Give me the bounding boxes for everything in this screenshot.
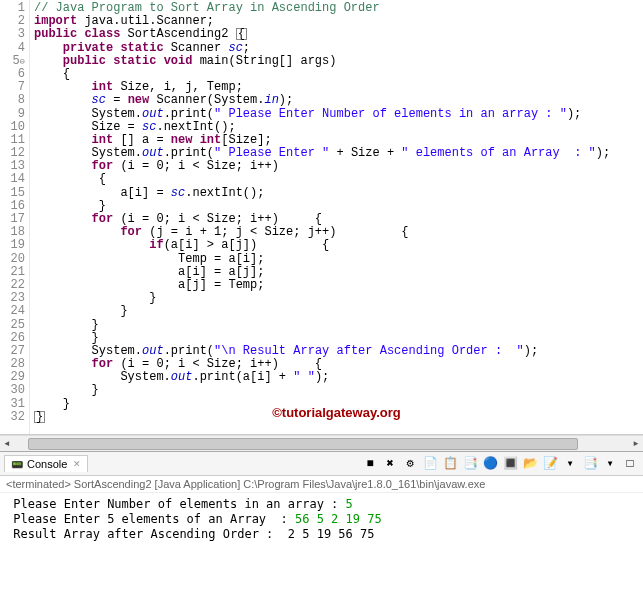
display-2-icon[interactable]: 🔳 [501,455,519,473]
console-toolbar: ■✖⚙📄📋📑🔵🔳📂📝▾📑▾□ [361,455,639,473]
scroll-right-arrow[interactable]: ► [629,439,643,448]
console-output[interactable]: Please Enter Number of elements in an ar… [0,493,643,546]
line-number: 30 [2,384,25,397]
line-number: 15 [2,187,25,200]
console-tab-bar: 📟 Console ✕ ■✖⚙📄📋📑🔵🔳📂📝▾📑▾□ [0,452,643,476]
line-number: 14 [2,173,25,186]
line-number: 4 [2,42,25,55]
pin-icon[interactable]: 📑 [461,455,479,473]
code-line[interactable]: a[i] = sc.nextInt(); [34,187,639,200]
line-number: 9 [2,108,25,121]
terminate-icon[interactable]: ■ [361,455,379,473]
console-line: Please Enter Number of elements in an ar… [6,497,637,512]
scroll-left-arrow[interactable]: ◄ [0,439,14,448]
line-number: 31 [2,398,25,411]
console-icon: 📟 [11,458,23,470]
line-number-gutter: 12345⊖6789101112131415161718192021222324… [0,0,30,434]
code-editor[interactable]: 12345⊖6789101112131415161718192021222324… [0,0,643,435]
remove-all-icon[interactable]: ⚙ [401,455,419,473]
open-console-icon[interactable]: 📂 [521,455,539,473]
line-number: 10 [2,121,25,134]
code-line[interactable]: for (i = 0; i < Size; i++) [34,160,639,173]
line-number: 3 [2,28,25,41]
line-number: 25 [2,319,25,332]
console-tab-label: Console [27,458,67,470]
line-number: 19 [2,239,25,252]
console-line: Result Array after Ascending Order : 2 5… [6,527,637,542]
line-number: 21 [2,266,25,279]
clear-icon[interactable]: 📄 [421,455,439,473]
code-line[interactable]: public static void main(String[] args) [34,55,639,68]
line-number: 24 [2,305,25,318]
line-number: 32 [2,411,25,424]
menu-icon[interactable]: ▾ [561,455,579,473]
code-line[interactable]: } [34,384,639,397]
line-number: 8 [2,94,25,107]
console-status: <terminated> SortAscending2 [Java Applic… [0,476,643,493]
menu2-icon[interactable]: ▾ [601,455,619,473]
console-tab[interactable]: 📟 Console ✕ [4,455,88,472]
console-line: Please Enter 5 elements of an Array : 56… [6,512,637,527]
scrollbar-thumb[interactable] [28,438,578,450]
display-1-icon[interactable]: 🔵 [481,455,499,473]
code-line[interactable]: System.out.print(a[i] + " "); [34,371,639,384]
code-line[interactable]: } [34,305,639,318]
line-number: 5⊖ [2,55,25,68]
console-panel: 📟 Console ✕ ■✖⚙📄📋📑🔵🔳📂📝▾📑▾□ <terminated> … [0,451,643,546]
scroll-lock-icon[interactable]: 📋 [441,455,459,473]
code-line[interactable]: } [34,319,639,332]
restore-icon[interactable]: 📑 [581,455,599,473]
line-number: 26 [2,332,25,345]
console-tab-close-icon[interactable]: ✕ [73,459,81,469]
code-area[interactable]: // Java Program to Sort Array in Ascendi… [30,0,643,434]
new-console-icon[interactable]: 📝 [541,455,559,473]
remove-icon[interactable]: ✖ [381,455,399,473]
line-number: 20 [2,253,25,266]
minimize-icon[interactable]: □ [621,455,639,473]
horizontal-scrollbar[interactable]: ◄ ► [0,435,643,451]
code-line[interactable]: import java.util.Scanner; [34,15,639,28]
watermark: ©tutorialgateway.org [34,404,639,422]
